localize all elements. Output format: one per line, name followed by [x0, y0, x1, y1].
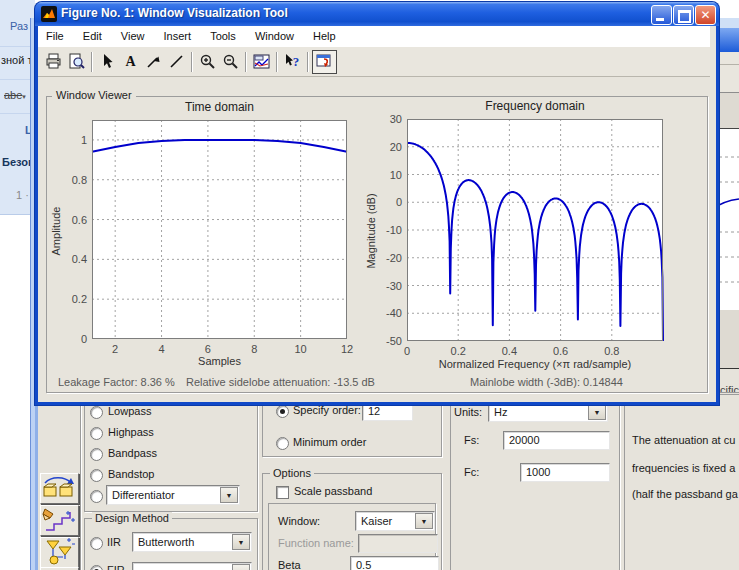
radio-highpass[interactable] — [90, 427, 103, 440]
menu-tools[interactable]: Tools — [202, 26, 244, 42]
dropdown-arrow-icon[interactable]: ▼ — [588, 404, 606, 420]
help-pointer-icon: ? — [284, 53, 301, 70]
svg-text:0.2: 0.2 — [451, 345, 466, 357]
zoom-out-icon — [222, 53, 239, 70]
fs-field[interactable]: 20000 — [503, 431, 610, 450]
dropdown-arrow-icon[interactable]: ▼ — [415, 513, 433, 529]
menu-insert[interactable]: Insert — [156, 26, 200, 42]
desktop: Раз зной т abe▾ Ц Безопа 1 · — [0, 0, 739, 570]
print-icon — [45, 53, 62, 70]
radio-iir[interactable] — [90, 537, 103, 550]
menu-view[interactable]: View — [113, 26, 153, 42]
svg-text:0: 0 — [404, 345, 410, 357]
radio-bandpass[interactable] — [90, 448, 103, 461]
close-button[interactable]: ✕ — [695, 5, 716, 25]
beta-field[interactable]: 0.5 — [350, 556, 439, 570]
svg-text:-10: -10 — [386, 224, 402, 236]
svg-text:-40: -40 — [386, 307, 402, 319]
fc-field[interactable]: 1000 — [520, 463, 610, 482]
svg-text:6: 6 — [205, 343, 211, 355]
toolbar-separator — [276, 52, 278, 72]
ruler-fragment: 1 · — [16, 189, 29, 201]
dropdown-arrow-icon[interactable]: ▼ — [232, 564, 250, 570]
fc-label: Fc: — [464, 466, 479, 478]
radio-specify-order[interactable] — [276, 405, 289, 418]
scale-passband-checkbox[interactable] — [276, 486, 289, 499]
menu-file[interactable]: File — [38, 26, 72, 42]
menu-window[interactable]: Window — [247, 26, 302, 42]
figure-titlebar[interactable]: Figure No. 1: Window Visualization Tool … — [35, 2, 719, 26]
design-method-label: Design Method — [92, 512, 172, 524]
insert-arrow-button[interactable] — [142, 51, 165, 73]
zoom-in-button[interactable] — [196, 51, 219, 73]
word-fragment: Раз — [10, 20, 28, 32]
differentiator-dropdown[interactable]: Differentiator ▼ — [106, 485, 240, 505]
radio-bandstop[interactable] — [90, 469, 103, 482]
radio-minimum-order[interactable] — [276, 437, 289, 450]
zoom-out-button[interactable] — [219, 51, 242, 73]
fdatool-sidebar-button-transform[interactable] — [40, 473, 79, 504]
menu-edit[interactable]: Edit — [75, 26, 110, 42]
insert-text-button[interactable]: A — [119, 51, 142, 73]
print-button[interactable] — [42, 51, 65, 73]
svg-text:0.4: 0.4 — [72, 253, 87, 265]
svg-text:12: 12 — [341, 343, 353, 355]
svg-text:0.2: 0.2 — [72, 293, 87, 305]
chevron-down-icon: ▾ — [22, 93, 26, 100]
function-name-field — [358, 534, 438, 553]
print-preview-button[interactable] — [65, 51, 88, 73]
beta-label: Beta — [278, 559, 301, 570]
close-icon: ✕ — [700, 8, 710, 22]
window-dropdown[interactable]: Kaiser ▼ — [355, 511, 435, 531]
strikethrough-button[interactable]: abe▾ — [4, 89, 26, 101]
time-xlabel: Samples — [92, 355, 347, 367]
plot-parameters-icon — [253, 53, 270, 70]
radio-lowpass[interactable] — [90, 406, 103, 419]
iir-method-dropdown[interactable]: Butterworth ▼ — [132, 532, 252, 552]
window-parameters-button[interactable] — [250, 51, 273, 73]
window-title: Figure No. 1: Window Visualization Tool — [61, 6, 288, 20]
minimize-button[interactable] — [651, 5, 672, 25]
add-to-fdatool-button[interactable] — [312, 50, 337, 74]
filter-diagram-icon — [41, 538, 76, 565]
mainlobe-width-status: Mainlobe width (-3dB): 0.14844 — [470, 376, 623, 388]
transform-filter-icon — [41, 474, 76, 501]
minimize-icon — [656, 18, 664, 21]
dropdown-arrow-icon[interactable]: ▼ — [232, 534, 250, 550]
radio-lowpass-label: Lowpass — [108, 405, 151, 417]
svg-text:10: 10 — [295, 343, 307, 355]
figure-client-area: Window Viewer Time domain 2468101200.20.… — [38, 77, 710, 399]
toolbar-separator — [191, 52, 193, 72]
menu-help[interactable]: Help — [305, 26, 344, 42]
scale-passband-label: Scale passband — [294, 485, 372, 497]
frequency-domain-plot: 00.20.40.60.8-50-40-30-20-100102030 — [407, 119, 663, 341]
svg-text:10: 10 — [390, 169, 402, 181]
whats-this-help-button[interactable]: ? — [281, 51, 304, 73]
minimum-order-label: Minimum order — [293, 436, 366, 448]
svg-text:0.8: 0.8 — [72, 174, 87, 186]
time-ylabel: Amplitude — [50, 201, 62, 261]
svg-text:1: 1 — [81, 134, 87, 146]
figure-toolbar: A — [38, 47, 710, 77]
fdatool-sidebar-button-polezero-editor[interactable] — [40, 505, 79, 536]
svg-text:0.6: 0.6 — [72, 214, 87, 226]
radio-differentiator[interactable] — [90, 490, 103, 503]
radio-highpass-label: Highpass — [108, 426, 154, 438]
zoom-in-icon — [199, 53, 216, 70]
maximize-button[interactable] — [673, 5, 694, 25]
info-line: (half the passband ga — [632, 488, 738, 500]
svg-text:30: 30 — [390, 113, 402, 125]
insert-line-button[interactable] — [165, 51, 188, 73]
dropdown-arrow-icon[interactable]: ▼ — [220, 487, 238, 503]
svg-text:-30: -30 — [386, 280, 402, 292]
sidelobe-attenuation-status: Relative sidelobe attenuation: -13.5 dB — [186, 376, 375, 388]
pointer-tool-button[interactable] — [96, 51, 119, 73]
arrow-tool-icon — [145, 53, 162, 70]
fdatool-sidebar-button-realize-model[interactable] — [40, 537, 79, 568]
svg-text:-20: -20 — [386, 252, 402, 264]
svg-text:8: 8 — [251, 343, 257, 355]
fir-method-dropdown[interactable]: ▼ — [132, 562, 252, 570]
options-label: Options — [270, 467, 314, 479]
units-dropdown[interactable]: Hz ▼ — [488, 402, 608, 422]
svg-text:0: 0 — [396, 196, 402, 208]
